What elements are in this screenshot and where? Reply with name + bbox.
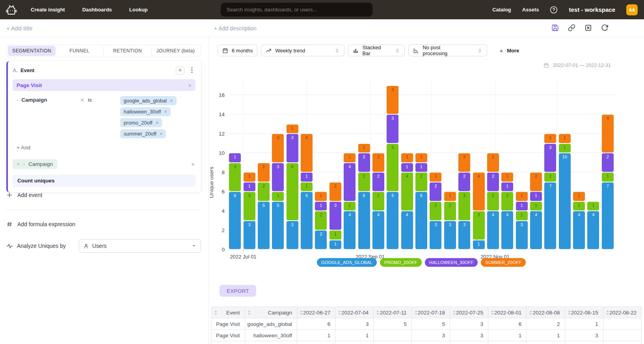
bar-segment[interactable]: 4 xyxy=(344,163,356,201)
bar-segment[interactable]: 4 xyxy=(501,211,513,249)
bar-segment[interactable]: 6 xyxy=(358,192,370,249)
bar-segment[interactable]: 1 xyxy=(516,192,528,201)
bar-segment[interactable]: 4 xyxy=(372,211,384,249)
add-formula-button[interactable]: Add formula expression xyxy=(6,221,75,227)
tab-journey-beta-[interactable]: JOURNEY (beta) xyxy=(151,46,199,56)
column-header[interactable]: 2022-07-25 xyxy=(450,307,488,318)
bar-segment[interactable]: 1 xyxy=(430,173,441,182)
bar-segment[interactable]: 1 xyxy=(573,192,585,201)
nav-catalog[interactable]: Catalog xyxy=(492,7,511,13)
bar-segment[interactable]: 1 xyxy=(244,182,255,192)
bar-segment[interactable]: 1 xyxy=(358,144,370,153)
clear-insight-icon[interactable] xyxy=(584,24,592,32)
nav-lookup[interactable]: Lookup xyxy=(129,7,148,13)
bar-segment[interactable]: 4 xyxy=(587,211,599,249)
add-and-filter[interactable]: + And xyxy=(17,145,30,151)
bar-segment[interactable]: 2 xyxy=(258,182,270,201)
bar-segment[interactable]: 7 xyxy=(602,182,614,249)
bar-segment[interactable]: 6 xyxy=(301,192,313,249)
filter-operator[interactable]: is xyxy=(88,97,92,103)
bar-segment[interactable]: 7 xyxy=(544,182,556,249)
bar-segment[interactable]: 2 xyxy=(372,192,384,210)
analyze-by-select[interactable]: Users xyxy=(79,239,201,253)
bar-segment[interactable]: 2 xyxy=(487,173,499,191)
bar-segment[interactable]: 3 xyxy=(458,192,470,220)
legend-item[interactable]: SUMMER_20OFF xyxy=(481,258,526,267)
bar-segment[interactable]: 3 xyxy=(229,163,241,192)
bar-segment[interactable]: 1 xyxy=(559,144,571,153)
tab-retention[interactable]: RETENTION xyxy=(103,46,151,56)
chart-type-select[interactable]: Stacked Bar xyxy=(348,45,405,56)
bar-segment[interactable]: 1 xyxy=(301,182,313,192)
bar-segment[interactable]: 2 xyxy=(430,202,441,220)
bar-segment[interactable]: 1 xyxy=(244,173,255,182)
timeframe-button[interactable]: 6 months xyxy=(218,45,257,56)
bar-segment[interactable]: 2 xyxy=(458,153,470,172)
bar-segment[interactable]: 3 xyxy=(544,144,556,172)
bar-segment[interactable]: 1 xyxy=(602,173,614,182)
bar-segment[interactable]: 4 xyxy=(530,211,542,249)
bar-segment[interactable]: 4 xyxy=(602,115,614,152)
bar-segment[interactable]: 3 xyxy=(244,221,255,249)
bar-segment[interactable]: 1 xyxy=(301,173,313,182)
refresh-icon[interactable] xyxy=(601,24,609,32)
bar-segment[interactable]: 2 xyxy=(258,163,270,182)
bar-segment[interactable]: 10 xyxy=(559,153,571,249)
column-header[interactable]: 2022-08-22 xyxy=(603,307,641,318)
filter-property[interactable]: Campaign xyxy=(21,97,80,103)
bar-segment[interactable]: 4 xyxy=(301,134,313,172)
column-header[interactable]: 2022-08-01 xyxy=(488,307,527,318)
bar-segment[interactable]: 1 xyxy=(573,202,585,211)
bar-segment[interactable]: 3 xyxy=(272,134,284,162)
bar-segment[interactable]: 3 xyxy=(444,221,456,249)
bar-segment[interactable]: 1 xyxy=(329,240,341,249)
bar-segment[interactable]: 3 xyxy=(516,221,528,249)
bar-segment[interactable]: 3 xyxy=(287,221,298,249)
bar-segment[interactable]: 2 xyxy=(315,231,327,249)
bar-segment[interactable]: 3 xyxy=(287,134,298,162)
chip-remove-icon[interactable]: × xyxy=(164,109,167,115)
bar-segment[interactable]: 1 xyxy=(516,202,528,211)
aggregation-selector[interactable]: Count uniques xyxy=(13,175,195,187)
bar-segment[interactable]: 6 xyxy=(387,192,398,249)
filter-value-chip[interactable]: promo_20off× xyxy=(120,118,162,127)
workspace-name[interactable]: test - workspace xyxy=(569,6,615,13)
bar-segment[interactable]: 3 xyxy=(458,221,470,249)
column-header[interactable]: 2022-08-08 xyxy=(527,307,565,318)
nav-assets[interactable]: Assets xyxy=(522,7,539,13)
bar-segment[interactable]: 2 xyxy=(487,153,499,172)
bar-segment[interactable]: 2 xyxy=(602,153,614,172)
copy-link-icon[interactable] xyxy=(568,24,575,32)
user-avatar[interactable]: AA xyxy=(626,4,638,15)
bar-segment[interactable]: 2 xyxy=(372,173,384,191)
bar-segment[interactable]: 6 xyxy=(229,192,241,249)
bar-segment[interactable]: 2 xyxy=(329,182,341,201)
bar-segment[interactable]: 2 xyxy=(358,173,370,191)
bar-segment[interactable]: 6 xyxy=(287,163,298,220)
bar-segment[interactable]: 1 xyxy=(401,163,413,172)
column-header[interactable]: 2022-07-11 xyxy=(374,307,411,318)
clear-breakdown-icon[interactable]: × xyxy=(191,161,195,167)
remove-breakdown-icon[interactable]: × xyxy=(17,162,20,167)
bar-segment[interactable]: 5 xyxy=(387,144,398,192)
bar-segment[interactable]: 3 xyxy=(244,192,255,220)
bar-segment[interactable]: 3 xyxy=(387,86,398,114)
duplicate-event-icon[interactable] xyxy=(176,66,184,74)
column-header[interactable]: Campaign xyxy=(245,307,297,318)
bar-segment[interactable]: 1 xyxy=(516,211,528,220)
column-header[interactable]: 2022-06-27 xyxy=(297,307,335,318)
bar-segment[interactable]: 1 xyxy=(473,240,485,249)
nav-create-insight[interactable]: Create insight xyxy=(31,7,65,13)
export-button[interactable]: EXPORT xyxy=(220,285,256,297)
bar-segment[interactable]: 1 xyxy=(501,173,513,182)
bar-segment[interactable]: 1 xyxy=(344,202,356,211)
bar-segment[interactable]: 2 xyxy=(315,211,327,230)
bar-segment[interactable]: 1 xyxy=(501,182,513,192)
bar-segment[interactable]: 3 xyxy=(272,163,284,192)
bar-segment[interactable]: 1 xyxy=(329,231,341,240)
remove-event-icon[interactable]: × xyxy=(188,82,192,88)
bar-segment[interactable]: 1 xyxy=(415,163,427,172)
bar-segment[interactable]: 2 xyxy=(501,192,513,210)
save-icon[interactable] xyxy=(551,24,559,32)
bar-segment[interactable]: 1 xyxy=(315,192,327,201)
